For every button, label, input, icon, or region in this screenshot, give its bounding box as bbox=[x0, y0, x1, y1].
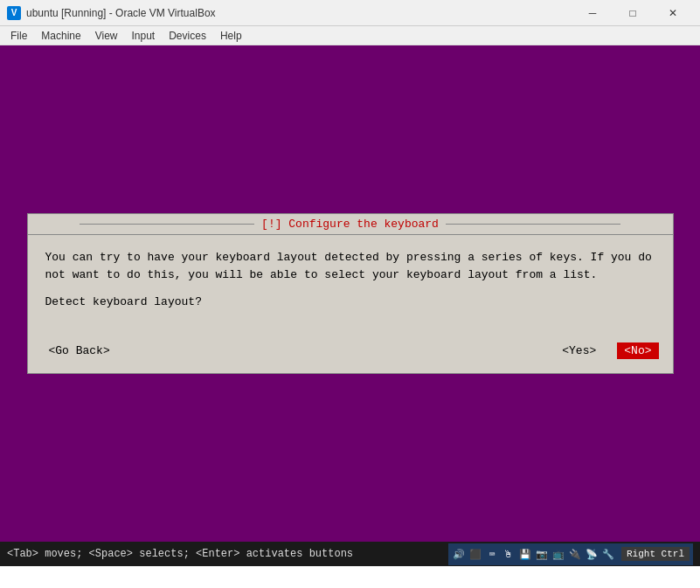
no-button[interactable]: <No> bbox=[617, 342, 658, 359]
tray-icon-2[interactable]: ⬛ bbox=[468, 547, 482, 561]
tray-icon-4[interactable]: 🖱 bbox=[502, 547, 516, 561]
right-ctrl-label: Right Ctrl bbox=[621, 547, 690, 561]
keyboard-config-dialog: [!] Configure the keyboard You can try t… bbox=[27, 213, 674, 374]
status-bar-text: <Tab> moves; <Space> selects; <Enter> ac… bbox=[7, 548, 448, 560]
minimize-button[interactable]: ─ bbox=[572, 0, 613, 26]
menu-devices[interactable]: Devices bbox=[162, 28, 213, 44]
go-back-button[interactable]: <Go Back> bbox=[42, 342, 117, 359]
title-bar-text: ubuntu [Running] - Oracle VM VirtualBox bbox=[26, 7, 572, 19]
title-bar: V ubuntu [Running] - Oracle VM VirtualBo… bbox=[0, 0, 700, 26]
menu-bar: File Machine View Input Devices Help bbox=[0, 26, 700, 45]
dialog-body: You can try to have your keyboard layout… bbox=[28, 235, 673, 339]
dialog-title-line: [!] Configure the keyboard bbox=[35, 218, 666, 231]
tray-icon-7[interactable]: 📺 bbox=[551, 547, 565, 561]
dialog-buttons: <Go Back> <Yes> <No> bbox=[28, 339, 673, 373]
dialog-title-bar: [!] Configure the keyboard bbox=[28, 214, 673, 235]
tray-icon-8[interactable]: 🔌 bbox=[568, 547, 582, 561]
dialog-question: Detect keyboard layout? bbox=[45, 294, 655, 311]
title-bar-controls: ─ □ ✕ bbox=[572, 0, 693, 26]
title-dash-right bbox=[446, 224, 620, 225]
tray-icon-6[interactable]: 📷 bbox=[535, 547, 549, 561]
dialog-title-text: [!] Configure the keyboard bbox=[261, 218, 439, 231]
tray-icon-3[interactable]: ⌨ bbox=[485, 547, 499, 561]
tray-icon-9[interactable]: 📡 bbox=[585, 547, 599, 561]
close-button[interactable]: ✕ bbox=[653, 0, 693, 26]
app-icon: V bbox=[7, 6, 21, 20]
tray-icon-5[interactable]: 💾 bbox=[518, 547, 532, 561]
system-tray: 🔊 ⬛ ⌨ 🖱 💾 📷 📺 🔌 📡 🔧 Right Ctrl bbox=[448, 543, 693, 565]
tray-icon-1[interactable]: 🔊 bbox=[452, 547, 466, 561]
yes-button[interactable]: <Yes> bbox=[555, 342, 603, 359]
menu-file[interactable]: File bbox=[3, 28, 34, 44]
menu-view[interactable]: View bbox=[88, 28, 125, 44]
dialog-body-line1: You can try to have your keyboard layout… bbox=[45, 249, 655, 283]
title-dash-left bbox=[80, 224, 254, 225]
menu-input[interactable]: Input bbox=[125, 28, 163, 44]
menu-help[interactable]: Help bbox=[213, 28, 249, 44]
menu-machine[interactable]: Machine bbox=[34, 28, 87, 44]
tray-icon-10[interactable]: 🔧 bbox=[601, 547, 615, 561]
status-bar: <Tab> moves; <Space> selects; <Enter> ac… bbox=[0, 542, 700, 566]
dialog-right-buttons: <Yes> <No> bbox=[555, 342, 658, 359]
vm-screen[interactable]: [!] Configure the keyboard You can try t… bbox=[0, 45, 700, 542]
maximize-button[interactable]: □ bbox=[613, 0, 653, 26]
